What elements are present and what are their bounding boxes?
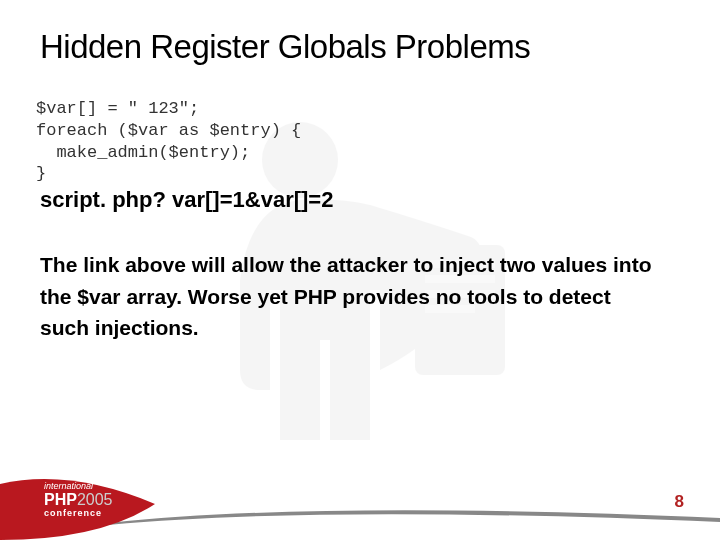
logo-brand: PHP <box>44 491 77 508</box>
slide-title: Hidden Register Globals Problems <box>40 28 680 66</box>
logo-line3: conference <box>44 509 113 518</box>
slide-footer: international PHP2005 conference 8 <box>0 472 720 540</box>
logo-year: 2005 <box>77 491 113 508</box>
conference-logo: international PHP2005 conference <box>44 482 113 518</box>
attack-url: script. php? var[]=1&var[]=2 <box>40 187 680 213</box>
page-number: 8 <box>675 492 684 512</box>
slide-content: Hidden Register Globals Problems $var[] … <box>0 0 720 540</box>
code-block: $var[] = " 123"; foreach ($var as $entry… <box>36 98 680 185</box>
body-paragraph: The link above will allow the attacker t… <box>40 249 660 344</box>
